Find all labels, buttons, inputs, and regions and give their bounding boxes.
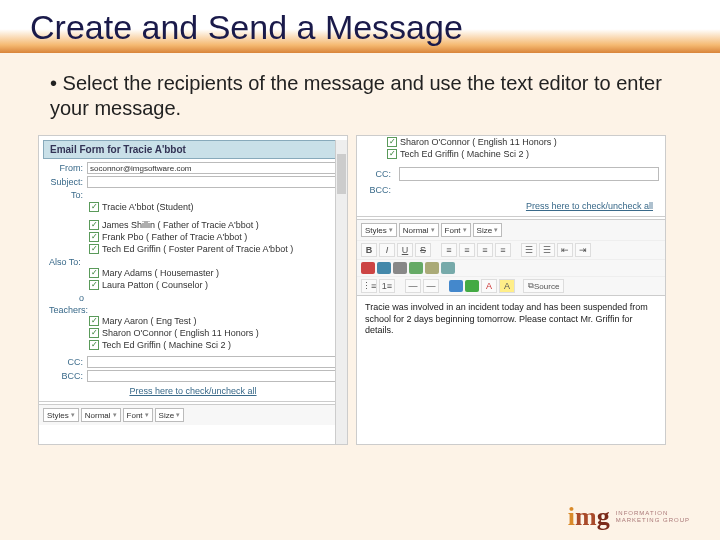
bullet-text: Select the recipients of the message and… <box>0 53 720 131</box>
teacher: Mary Aaron ( Eng Test ) <box>102 316 196 326</box>
undo-icon[interactable] <box>425 262 439 274</box>
print-icon[interactable] <box>393 262 407 274</box>
outdent-button[interactable]: ⇥ <box>575 243 591 257</box>
color-icon[interactable] <box>361 262 375 274</box>
image-icon[interactable] <box>409 262 423 274</box>
scrollbar[interactable] <box>335 140 347 444</box>
checkbox-icon[interactable]: ✓ <box>387 149 397 159</box>
italic-button[interactable]: I <box>379 243 395 257</box>
email-form-panel: Email Form for Tracie A'bbot From: socon… <box>38 135 348 445</box>
checkbox-icon[interactable]: ✓ <box>89 280 99 290</box>
cc-label: CC: <box>363 169 391 179</box>
subject-label: Subject: <box>45 177 83 187</box>
teachers-label: Teachers: <box>39 303 347 315</box>
recipient: Tech Ed Griffin ( Foster Parent of Traci… <box>102 244 293 254</box>
chevron-down-icon: ▾ <box>463 226 467 234</box>
bcc-label: BCC: <box>45 371 83 381</box>
chevron-down-icon: ▾ <box>145 411 149 419</box>
editor-panel: ✓Sharon O'Connor ( English 11 Honors ) ✓… <box>356 135 666 445</box>
to-label: To: <box>45 190 83 200</box>
styles-select[interactable]: Styles▾ <box>361 223 397 237</box>
recipient: James Shillin ( Father of Tracie A'bbot … <box>102 220 259 230</box>
car-icon[interactable] <box>465 280 479 292</box>
indent-button[interactable]: ⇤ <box>557 243 573 257</box>
page-title: Create and Send a Message <box>30 8 690 47</box>
checkbox-icon[interactable]: ✓ <box>89 340 99 350</box>
from-label: From: <box>45 163 83 173</box>
email-form-header: Email Form for Tracie A'bbot <box>43 140 343 159</box>
bg-color-button[interactable]: A <box>499 279 515 293</box>
align-right-button[interactable]: ≡ <box>477 243 493 257</box>
checkbox-icon[interactable]: ✓ <box>89 220 99 230</box>
hr-button[interactable]: — <box>405 279 421 293</box>
check-uncheck-link[interactable]: Press here to check/uncheck all <box>357 198 665 214</box>
editor-toolbar: Styles▾ Normal▾ Font▾ Size▾ <box>357 219 665 240</box>
bcc-input[interactable] <box>399 183 659 197</box>
check-uncheck-link[interactable]: Press here to check/uncheck all <box>39 383 347 399</box>
chevron-down-icon: ▾ <box>71 411 75 419</box>
chevron-down-icon: ▾ <box>113 411 117 419</box>
recipient: Tracie A'bbot (Student) <box>102 202 193 212</box>
text-color-button[interactable]: A <box>481 279 497 293</box>
strike-button[interactable]: S <box>415 243 431 257</box>
teacher: Sharon O'Connor ( English 11 Honors ) <box>400 137 557 147</box>
font-select[interactable]: Font▾ <box>123 408 153 422</box>
format-select[interactable]: Normal▾ <box>399 223 439 237</box>
chevron-down-icon: ▾ <box>389 226 393 234</box>
align-justify-button[interactable]: ≡ <box>495 243 511 257</box>
bold-button[interactable]: B <box>361 243 377 257</box>
car-icon[interactable] <box>449 280 463 292</box>
size-select[interactable]: Size▾ <box>155 408 185 422</box>
teacher: Tech Ed Griffin ( Machine Sci 2 ) <box>400 149 529 159</box>
format-select[interactable]: Normal▾ <box>81 408 121 422</box>
o-label: o <box>39 291 347 303</box>
checkbox-icon[interactable]: ✓ <box>89 328 99 338</box>
redo-icon[interactable] <box>441 262 455 274</box>
cc-input[interactable] <box>87 356 341 368</box>
list-ol-button[interactable]: 1≡ <box>379 279 395 293</box>
also-to-label: Also To: <box>39 255 347 267</box>
list-button[interactable]: ☰ <box>521 243 537 257</box>
recipient: Frank Pbo ( Father of Tracie A'bbot ) <box>102 232 247 242</box>
bcc-label: BCC: <box>363 185 391 195</box>
checkbox-icon[interactable]: ✓ <box>89 202 99 212</box>
chevron-down-icon: ▾ <box>176 411 180 419</box>
font-select[interactable]: Font▾ <box>441 223 471 237</box>
checkbox-icon[interactable]: ✓ <box>89 268 99 278</box>
size-select[interactable]: Size▾ <box>473 223 503 237</box>
recipient: Laura Patton ( Counselor ) <box>102 280 208 290</box>
chevron-down-icon: ▾ <box>431 226 435 234</box>
cc-label: CC: <box>45 357 83 367</box>
list-button[interactable]: ☰ <box>539 243 555 257</box>
checkbox-icon[interactable]: ✓ <box>89 244 99 254</box>
align-left-button[interactable]: ≡ <box>441 243 457 257</box>
list-ul-button[interactable]: ⋮≡ <box>361 279 377 293</box>
subject-input[interactable] <box>87 176 341 188</box>
checkbox-icon[interactable]: ✓ <box>387 137 397 147</box>
cc-input[interactable] <box>399 167 659 181</box>
styles-select[interactable]: Styles▾ <box>43 408 79 422</box>
recipient: Mary Adams ( Housemaster ) <box>102 268 219 278</box>
teacher: Sharon O'Connor ( English 11 Honors ) <box>102 328 259 338</box>
checkbox-icon[interactable]: ✓ <box>89 316 99 326</box>
editor-toolbar: Styles▾ Normal▾ Font▾ Size▾ <box>39 404 347 425</box>
align-center-button[interactable]: ≡ <box>459 243 475 257</box>
editor-body[interactable]: Tracie was involved in an incident today… <box>357 295 665 343</box>
chevron-down-icon: ▾ <box>494 226 498 234</box>
teacher: Tech Ed Griffin ( Machine Sci 2 ) <box>102 340 231 350</box>
hr-button[interactable]: — <box>423 279 439 293</box>
checkbox-icon[interactable]: ✓ <box>89 232 99 242</box>
footer-logo: img INFORMATIONMARKETING GROUP <box>568 502 690 532</box>
source-button[interactable]: ⧉ Source <box>523 279 564 293</box>
color-icon[interactable] <box>377 262 391 274</box>
bcc-input[interactable] <box>87 370 341 382</box>
from-input[interactable]: soconnor@imgsoftware.com <box>87 162 341 174</box>
underline-button[interactable]: U <box>397 243 413 257</box>
